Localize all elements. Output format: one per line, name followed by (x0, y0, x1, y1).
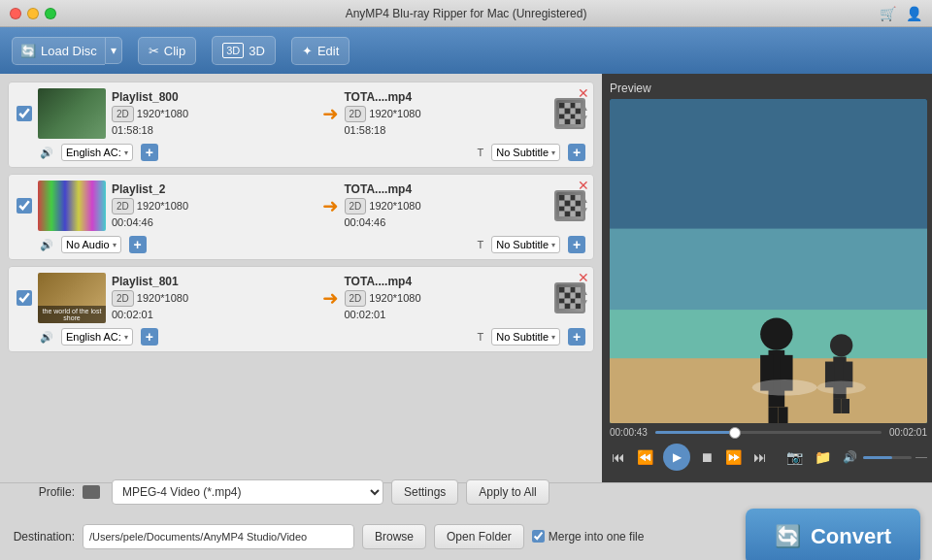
item-1-subtitle-label: No Subtitle (496, 147, 549, 158)
item-2-close-button[interactable]: ✕ (578, 179, 589, 192)
item-1-audio-label: English AC: (66, 147, 121, 158)
profile-select[interactable]: MPEG-4 Video (*.mp4) (112, 479, 383, 505)
item-2-output-info: TOTA....mp4 2D 1920*1080 00:04:46 (345, 181, 549, 231)
volume-end-icon: — (915, 450, 927, 464)
3d-icon: 3D (222, 43, 244, 58)
item-1-add-audio-button[interactable]: + (141, 144, 158, 161)
edit-icon: ✦ (302, 44, 313, 58)
skip-end-button[interactable]: ⏭ (751, 447, 769, 467)
svg-point-4 (760, 317, 792, 349)
convert-label: Convert (811, 524, 891, 549)
item-2-row1: Playlist_2 2D 1920*1080 00:04:46 ➜ TOTA.… (17, 181, 585, 231)
3d-button[interactable]: 3D 3D (212, 36, 276, 65)
item-2-expand-button[interactable]: ▲▼ (580, 194, 589, 215)
item-3-expand-button[interactable]: ▲▼ (580, 286, 589, 308)
item-3-add-audio-button[interactable]: + (141, 328, 158, 346)
volume-bar: 🔊 — (841, 448, 927, 466)
item-1-badge-2d: 2D (112, 106, 134, 122)
convert-button[interactable]: 🔄 Convert (746, 509, 920, 561)
item-3-audio-label: English AC: (66, 331, 121, 343)
clip-button[interactable]: ✂ Clip (138, 37, 196, 65)
item-2-duration: 00:04:46 (112, 214, 316, 231)
item-3-close-button[interactable]: ✕ (578, 271, 589, 284)
item-2-audio-label: No Audio (66, 239, 110, 250)
item-2-checkbox[interactable] (17, 198, 32, 214)
browse-button[interactable]: Browse (362, 524, 426, 549)
time-total: 00:02:01 (889, 427, 927, 438)
item-2-subtitle-arrow: ▾ (551, 241, 555, 249)
preview-video-content (610, 99, 927, 423)
preview-svg (610, 99, 927, 423)
item-2-output-resolution: 2D 1920*1080 (345, 198, 549, 214)
item-3-subtitle-select[interactable]: No Subtitle ▾ (491, 328, 560, 346)
seek-bar-container: 00:00:43 00:02:01 (610, 427, 927, 438)
item-1-thumbnail (38, 88, 106, 139)
open-folder-button[interactable]: Open Folder (434, 524, 524, 549)
item-1-close-button[interactable]: ✕ (578, 86, 589, 100)
item-1-arrow-icon: ➜ (322, 102, 339, 125)
item-2-thumbnail (38, 181, 106, 231)
item-1-output-info: TOTA....mp4 2D 1920*1080 01:58:18 (345, 88, 549, 139)
load-disc-button[interactable]: 🔄 Load Disc (12, 37, 105, 65)
item-1-row1: Playlist_800 2D 1920*1080 01:58:18 ➜ TOT… (17, 88, 585, 139)
item-1-output-name: TOTA....mp4 (345, 88, 549, 106)
item-2-add-subtitle-button[interactable]: + (568, 236, 585, 253)
item-3-output-duration: 00:02:01 (345, 307, 549, 323)
profile-row: Profile: MPEG-4 Video (*.mp4) Settings A… (12, 479, 920, 505)
item-1-row2: 🔊 English AC: ▾ + T No Subtitle ▾ + (40, 144, 585, 161)
item-1-audio-select[interactable]: English AC: ▾ (61, 144, 133, 161)
edit-button[interactable]: ✦ Edit (291, 37, 350, 65)
svg-point-10 (830, 334, 852, 356)
item-1-checkbox[interactable] (17, 106, 32, 121)
preview-controls: 00:00:43 00:02:01 ⏮ ⏪ ▶ ⏹ ⏩ ⏭ 📷 📁 🔊 (610, 423, 927, 475)
item-2-add-audio-button[interactable]: + (129, 236, 147, 253)
seek-bar[interactable] (655, 431, 882, 434)
step-back-button[interactable]: ⏪ (635, 447, 655, 467)
time-current: 00:00:43 (610, 427, 648, 438)
profile-label: Profile: (12, 485, 75, 499)
destination-row: Destination: Browse Open Folder Merge in… (12, 509, 920, 561)
load-disc-label: Load Disc (41, 44, 97, 58)
item-3-thumbnail: the world of the lost shore (38, 273, 106, 323)
settings-button[interactable]: Settings (391, 479, 458, 505)
apply-all-button[interactable]: Apply to All (466, 479, 549, 505)
item-3-add-subtitle-button[interactable]: + (568, 328, 585, 346)
item-1-expand-button[interactable]: ▲▼ (580, 102, 589, 123)
item-1-name: Playlist_800 (112, 88, 316, 106)
cart-icon[interactable]: 🛒 (880, 6, 896, 21)
item-3-checkbox[interactable] (17, 290, 32, 306)
item-3-subtitle-icon: T (477, 331, 483, 343)
volume-icon[interactable]: 🔊 (841, 448, 859, 466)
merge-checkbox-container: Merge into one file (532, 530, 645, 544)
item-3-audio-select[interactable]: English AC: ▾ (61, 328, 133, 346)
merge-checkbox[interactable] (532, 530, 545, 543)
item-1-add-subtitle-button[interactable]: + (568, 144, 585, 161)
stop-button[interactable]: ⏹ (698, 447, 716, 467)
load-disc-group: 🔄 Load Disc ▾ (12, 37, 122, 65)
close-button[interactable] (10, 8, 21, 19)
screenshot-button[interactable]: 📷 (784, 447, 805, 467)
window-controls (10, 8, 56, 19)
item-1-output-badge: 2D (345, 106, 367, 122)
item-2-subtitle-select[interactable]: No Subtitle ▾ (491, 236, 560, 253)
destination-input[interactable] (83, 524, 354, 549)
playlist-item-3: ✕ ▲▼ the world of the lost shore Playlis… (8, 266, 594, 352)
item-2-badge-2d: 2D (112, 198, 134, 214)
skip-start-button[interactable]: ⏮ (610, 447, 627, 467)
item-2-subtitle-label: No Subtitle (496, 239, 549, 250)
maximize-button[interactable] (45, 8, 56, 19)
play-button[interactable]: ▶ (663, 444, 690, 471)
folder-button[interactable]: 📁 (813, 447, 833, 467)
minimize-button[interactable] (27, 8, 39, 19)
item-3-subtitle-arrow: ▾ (551, 333, 555, 342)
item-2-audio-select[interactable]: No Audio ▾ (61, 236, 121, 253)
step-forward-button[interactable]: ⏩ (723, 447, 744, 467)
item-1-output-resolution: 2D 1920*1080 (345, 106, 549, 122)
volume-track[interactable] (863, 456, 912, 459)
preview-panel: Preview (602, 74, 932, 482)
item-2-name: Playlist_2 (112, 181, 316, 198)
item-1-subtitle-select[interactable]: No Subtitle ▾ (491, 144, 560, 161)
load-disc-dropdown[interactable]: ▾ (105, 37, 122, 64)
svg-rect-9 (779, 407, 788, 423)
user-icon[interactable]: 👤 (906, 6, 922, 21)
